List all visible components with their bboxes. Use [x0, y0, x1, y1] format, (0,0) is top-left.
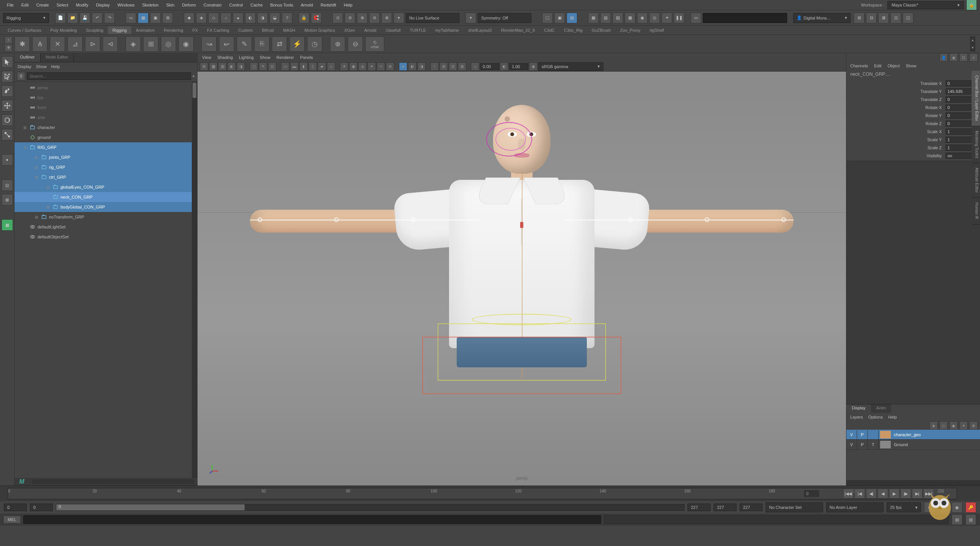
vp-shading-menu[interactable]: Shading [217, 55, 233, 60]
vp-icon[interactable]: ⊟ [449, 62, 457, 71]
goto-end-button[interactable]: ▶▶| [923, 489, 934, 499]
vp-show-menu[interactable]: Show [260, 55, 271, 60]
layer-row-Ground[interactable]: VPTGround [846, 440, 980, 450]
vtab-channelbox[interactable]: Channel Box / Layer Editor [972, 71, 980, 126]
outliner-help-menu[interactable]: Help [51, 64, 60, 69]
shelf-ik-tool[interactable]: ⋔ [32, 36, 47, 52]
snap-plane-button[interactable]: ⊖ [369, 13, 380, 23]
shelf-tab-arnold[interactable]: Arnold [359, 26, 381, 34]
mask-button-4[interactable]: ○ [220, 13, 231, 23]
shelf-tab-shelflayout2[interactable]: shelfLayout2 [464, 26, 497, 34]
undo-button[interactable]: ↶ [92, 13, 103, 23]
outliner-item-character[interactable]: ⊞character [15, 122, 197, 132]
vp-icon[interactable]: ◑ [417, 62, 426, 71]
layer-icon-1[interactable]: ◈ [929, 421, 938, 430]
shelf-constraint-2[interactable]: ⊖ [348, 36, 363, 52]
current-time-field[interactable]: 0 [804, 490, 819, 497]
viewport-canvas[interactable]: persp [198, 72, 846, 486]
vp-colorspace-icon[interactable]: ◉ [529, 62, 537, 71]
renderer-select[interactable]: 👤Digital Mons…▾ [793, 13, 851, 23]
cb-icon-4[interactable]: ⤢ [969, 53, 978, 62]
select-tool[interactable] [2, 56, 13, 68]
cb-show-menu[interactable]: Show [906, 64, 916, 68]
shelf-tab-custom[interactable]: Custom [234, 26, 257, 34]
menu-modify[interactable]: Modify [72, 1, 92, 9]
shelf-tab-curves[interactable]: Curves / Surfaces [3, 26, 46, 34]
select-object-button[interactable]: ▣ [150, 13, 161, 23]
cb-icon-2[interactable]: ◉ [949, 53, 958, 62]
outliner-item-bodyGlobal_CON_GRP[interactable]: ⊞bodyGlobal_CON_GRP [15, 202, 197, 212]
vp-icon[interactable]: ⊚ [386, 62, 394, 71]
layer-help-menu[interactable]: Help [888, 415, 897, 419]
vp-icon[interactable]: ▯ [309, 62, 317, 71]
shelf-up-button[interactable]: ↕ [5, 36, 12, 44]
panel-toggle-4[interactable]: ⊡ [890, 13, 901, 23]
mask-button-5[interactable]: ● [233, 13, 243, 23]
select-mode-button[interactable]: ▭ [126, 13, 136, 23]
shelf-tab-rigging[interactable]: Rigging [108, 26, 131, 34]
save-scene-button[interactable]: 💾 [80, 13, 90, 23]
outliner-item-side[interactable]: side [15, 112, 197, 122]
shelf-mirrorweights[interactable]: ⇄ [272, 36, 287, 52]
cb-icon-3[interactable]: ⊡ [959, 53, 968, 62]
shelf-bindskin[interactable]: ↝ [201, 36, 217, 52]
shelf-tab-rendering[interactable]: Rendering [159, 26, 188, 34]
outliner-item-ground[interactable]: ground [15, 132, 197, 142]
vp-icon[interactable]: ▦ [209, 62, 217, 71]
mask-button-3[interactable]: ◇ [208, 13, 219, 23]
cg-button-2[interactable]: ▣ [554, 13, 565, 23]
render-button-5[interactable]: ◉ [637, 13, 648, 23]
sym-toggle-button[interactable]: ▾ [466, 13, 476, 23]
vp-icon[interactable]: ◉ [349, 62, 358, 71]
menu-constrain[interactable]: Constrain [200, 1, 225, 9]
layer-p-cell[interactable]: P [857, 440, 868, 449]
pane-layout-button[interactable]: ▦ [2, 219, 13, 231]
shelf-tab-rigshelf[interactable]: rigShelf [645, 26, 668, 34]
outliner-hscroll[interactable] [32, 479, 194, 484]
outliner-item-top[interactable]: top [15, 93, 197, 103]
vp-icon[interactable]: ● [399, 62, 407, 71]
render-button-2[interactable]: ▧ [600, 13, 611, 23]
script-editor-button[interactable]: ▤ [952, 514, 962, 525]
redo-button[interactable]: ↷ [104, 13, 115, 23]
render-view-button[interactable]: ▭ [691, 13, 701, 23]
menu-file[interactable]: File [3, 1, 18, 9]
shelf-wrap[interactable]: ◎ [161, 36, 176, 52]
layer-vis-cell[interactable]: V [846, 430, 857, 439]
range-start-field[interactable]: 0 [4, 504, 27, 511]
mask-button-6[interactable]: ◐ [245, 13, 256, 23]
menu-control[interactable]: Control [225, 1, 247, 9]
menu-skeleton[interactable]: Skeleton [138, 1, 162, 9]
animlayer-select[interactable]: No Anim Layer [826, 502, 884, 512]
outliner-filter-button[interactable]: ⚲ [17, 72, 25, 80]
outliner-scrollbar[interactable] [192, 82, 197, 478]
cg-button-3[interactable]: ▤ [567, 13, 577, 23]
shelf-bake[interactable]: ◷ [307, 36, 322, 52]
cb-channels-menu[interactable]: Channels [850, 64, 868, 68]
expand-toggle[interactable]: ⊞ [34, 215, 39, 219]
vtab-modeling[interactable]: Modeling Toolkit [972, 126, 980, 163]
shelf-tab-gozbrush[interactable]: GoZBrush [587, 26, 616, 34]
cb-edit-menu[interactable]: Edit [874, 64, 881, 68]
render-button-4[interactable]: ▩ [625, 13, 635, 23]
play-back-button[interactable]: ◀ [877, 489, 888, 499]
vp-icon[interactable]: ▭ [281, 62, 289, 71]
vp-exposure-icon[interactable]: ☼ [471, 62, 479, 71]
menu-skin[interactable]: Skin [162, 1, 178, 9]
symmetry-select[interactable]: Symmetry: Off [478, 13, 531, 23]
vtab-humanik[interactable]: Human IK [972, 198, 980, 224]
chevron-down-icon[interactable]: ▾ [193, 74, 195, 79]
snap-curve-button[interactable]: ⊘ [345, 13, 355, 23]
expand-toggle[interactable]: ⊞ [34, 165, 39, 170]
snap-more-button[interactable]: ▾ [394, 13, 404, 23]
select-hierarchy-button[interactable]: ▦ [138, 13, 149, 23]
expand-toggle[interactable]: ⊞ [34, 155, 39, 160]
vp-lighting-menu[interactable]: Lighting [239, 55, 254, 60]
cmd-input[interactable] [23, 515, 601, 524]
outliner-item-defaultLightSet[interactable]: defaultLightSet [15, 222, 197, 232]
shelf-detach[interactable]: ↜ [219, 36, 234, 52]
rotate-tool[interactable] [2, 114, 13, 126]
expand-toggle[interactable]: ⊟ [22, 145, 28, 150]
vp-icon[interactable]: ▬ [290, 62, 299, 71]
new-scene-button[interactable]: 📄 [55, 13, 66, 23]
